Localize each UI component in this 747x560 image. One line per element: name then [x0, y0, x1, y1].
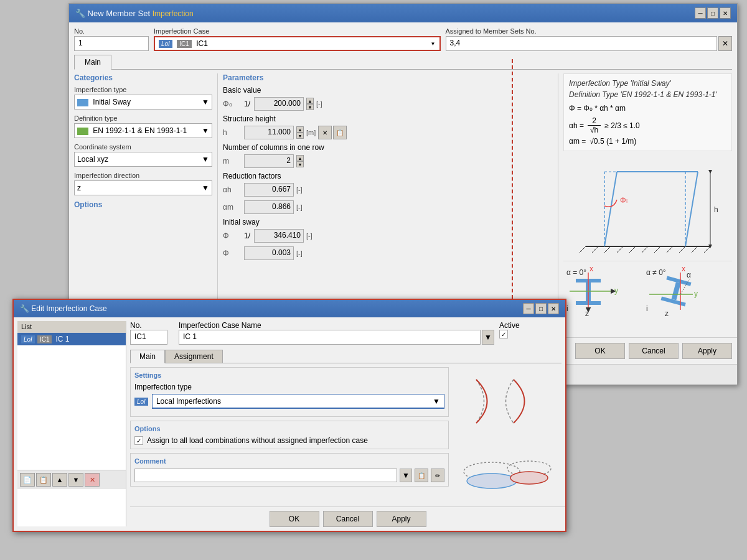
list-badge-ic1: IC1	[37, 335, 52, 343]
list-delete-btn[interactable]: ✕	[85, 473, 100, 487]
height-spin-down[interactable]: ▼	[296, 133, 304, 139]
spin-down[interactable]: ▼	[306, 104, 314, 110]
sub-dialog-footer: OK Cancel Apply	[130, 506, 565, 531]
assigned-edit-btn[interactable]: ✕	[718, 36, 732, 51]
cancel-button[interactable]: Cancel	[629, 343, 679, 359]
svg-text:i: i	[646, 304, 648, 313]
tab-main[interactable]: Main	[74, 55, 111, 70]
height-extra-btn1[interactable]: ✕	[318, 126, 332, 139]
list-item[interactable]: LoI IC1 IC 1	[17, 333, 126, 345]
height-input[interactable]: 11.000	[244, 126, 294, 139]
settings-header: Settings	[134, 371, 444, 379]
comment-header: Comment	[134, 457, 444, 465]
phi2-symbol: Φ	[223, 249, 242, 258]
sub-dialog-titlebar: 🔧 Edit Imperfection Case ─ □ ✕	[14, 300, 565, 317]
sub-tab-assignment[interactable]: Assignment	[165, 350, 223, 363]
chevron-down-icon2: ▼	[202, 126, 209, 135]
formula-line2: Definition Type 'EN 1992-1-1 & EN 1993-1…	[569, 90, 726, 99]
svg-text:z: z	[585, 309, 589, 318]
imperfection-direction-select[interactable]: z ▼	[74, 180, 212, 195]
list-panel: List LoI IC1 IC 1 📄 📋 ▲ ▼ ✕	[17, 321, 126, 526]
height-extra-btn2[interactable]: 📋	[333, 126, 347, 139]
close-btn[interactable]: ✕	[720, 7, 731, 19]
assigned-field: Assigned to Member Sets No. 3,4 ✕	[446, 27, 733, 51]
parameters-header: Parameters	[223, 73, 553, 82]
imp-case-value: IC1	[196, 39, 208, 48]
imperfection-case-field: Imperfection Case LoI IC1 IC1 ▼	[154, 27, 441, 51]
imperfection-type-group: Imperfection type Initial Sway ▼	[74, 86, 212, 110]
maximize-btn[interactable]: □	[707, 7, 718, 19]
imp-badge-lol: LoI	[134, 398, 148, 406]
svg-text:x: x	[682, 266, 685, 273]
svg-text:i: i	[566, 304, 568, 313]
alpha-h-symbol: αh	[223, 185, 242, 194]
col-spin-up[interactable]: ▲	[296, 155, 304, 161]
cross-section-diagrams: α = 0° x y i z α ≠ 0°	[563, 261, 732, 329]
col-spin-down[interactable]: ▼	[296, 161, 304, 167]
parameters-panel: Parameters Basic value Φ₀ 1/ 200.000 ▲▼ …	[217, 73, 558, 329]
comment-input[interactable]	[134, 469, 397, 482]
basic-value-input[interactable]: 200.000	[254, 97, 304, 111]
coordinate-system-select[interactable]: Local xyz ▼	[74, 152, 212, 167]
initial-sway-label: Initial sway	[223, 218, 553, 226]
sub-no-field: No. IC1	[130, 321, 174, 345]
sub-name-dropdown-btn[interactable]: ▼	[482, 330, 494, 345]
comment-copy-btn[interactable]: 📋	[415, 469, 428, 482]
list-move-up-btn[interactable]: ▲	[52, 473, 67, 487]
sub-minimize-btn[interactable]: ─	[523, 303, 534, 314]
svg-line-11	[704, 246, 710, 253]
sub-active-checkbox[interactable]: ✓	[499, 330, 508, 338]
svg-line-8	[667, 246, 673, 253]
svg-text:z: z	[665, 309, 669, 318]
sub-tab-main[interactable]: Main	[130, 350, 165, 363]
comment-section: Comment ▼ 📋 ✏	[130, 453, 449, 487]
imperfection-type-select[interactable]: Initial Sway ▼	[74, 95, 212, 110]
list-empty-area	[17, 345, 126, 470]
comment-edit-btn[interactable]: ✏	[431, 469, 444, 482]
apply-button[interactable]: Apply	[682, 343, 732, 359]
no-input[interactable]: 1	[74, 36, 149, 51]
fraction-prefix: 1/	[244, 100, 250, 108]
sub-name-input[interactable]: IC 1	[179, 330, 481, 345]
sub-ok-btn[interactable]: OK	[270, 511, 319, 527]
svg-point-46	[510, 472, 548, 484]
definition-type-select[interactable]: EN 1992-1-1 & EN 1993-1-1 ▼	[74, 123, 212, 138]
definition-type-label: Definition type	[74, 114, 212, 122]
phi1-row: Φ 1/ 346.410 [-]	[223, 229, 553, 243]
sub-apply-btn[interactable]: Apply	[377, 511, 426, 527]
height-unit: [m]	[306, 129, 316, 136]
assigned-input[interactable]: 3,4	[446, 36, 718, 51]
spin-up[interactable]: ▲	[306, 98, 314, 104]
chevron-down-icon4: ▼	[202, 184, 209, 192]
sub-no-input[interactable]: IC1	[130, 330, 167, 345]
sub-close-btn[interactable]: ✕	[548, 303, 559, 314]
svg-line-6	[642, 246, 648, 253]
phi0-symbol: Φ₀	[223, 100, 242, 108]
height-spin-up[interactable]: ▲	[296, 126, 304, 133]
ok-button[interactable]: OK	[575, 343, 625, 359]
sub-maximize-btn[interactable]: □	[535, 303, 547, 314]
imperfection-case-dropdown[interactable]: LoI IC1 IC1 ▼	[154, 36, 441, 51]
list-new-btn[interactable]: 📄	[20, 473, 35, 487]
alpha-h-row: αh 0.667 [-]	[223, 183, 553, 197]
phi1-symbol: Φ	[223, 231, 242, 240]
definition-type-group: Definition type EN 1992-1-1 & EN 1993-1-…	[74, 114, 212, 138]
m-symbol: m	[223, 157, 242, 166]
alpha-h-unit: [-]	[296, 186, 303, 194]
comment-dropdown-btn[interactable]: ▼	[400, 469, 412, 482]
imp-type-select[interactable]: Local Imperfections ▼	[152, 394, 444, 409]
chevron-down-icon: ▼	[202, 98, 209, 106]
formula-area: Imperfection Type 'Initial Sway' Definit…	[563, 73, 732, 151]
options-checkbox[interactable]: ✓	[134, 436, 143, 445]
categories-header: Categories	[74, 73, 212, 82]
alpha-h-value: 0.667	[244, 183, 294, 197]
minimize-btn[interactable]: ─	[695, 7, 706, 19]
sub-dialog-title: 🔧 Edit Imperfection Case	[20, 304, 107, 313]
sub-left-content: Settings Imperfection type LoI Local Imp…	[130, 367, 449, 503]
columns-input[interactable]: 2	[244, 154, 294, 168]
list-move-down-btn[interactable]: ▼	[68, 473, 83, 487]
list-copy-btn[interactable]: 📋	[36, 473, 51, 487]
sub-cancel-btn[interactable]: Cancel	[323, 511, 373, 527]
sub-tab-strip: Main Assignment	[130, 350, 561, 363]
settings-section: Settings Imperfection type LoI Local Imp…	[130, 367, 449, 417]
